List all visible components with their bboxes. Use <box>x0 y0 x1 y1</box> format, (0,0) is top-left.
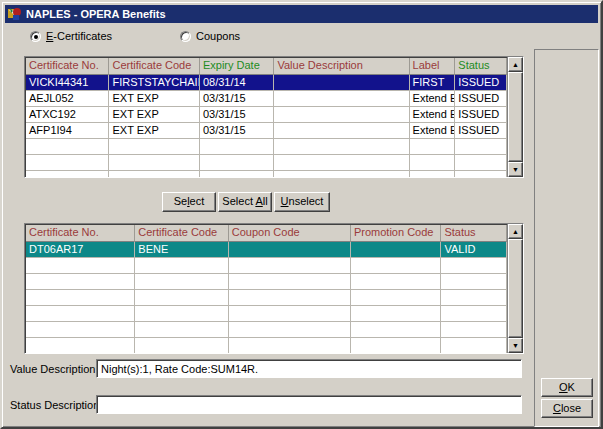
column-header: Coupon Code <box>229 225 351 242</box>
close-button[interactable]: Close <box>541 399 593 418</box>
scroll-up-icon[interactable]: ▲ <box>508 224 523 239</box>
column-header: Status <box>455 58 507 75</box>
table-cell: 03/31/15 <box>200 107 275 123</box>
table-cell <box>274 91 409 107</box>
table-cell <box>135 290 228 306</box>
table-row[interactable] <box>26 274 507 290</box>
table-cell: FIRST <box>410 75 456 91</box>
table-cell <box>351 274 441 290</box>
column-header: Label <box>410 58 456 75</box>
table-cell <box>441 290 507 306</box>
table-row[interactable] <box>26 258 507 274</box>
selection-button-row: Select Select All Unselect <box>162 192 330 212</box>
column-header: Value Description <box>274 58 409 75</box>
opera-benefits-window: NAPLES - OPERA Benefits E-Certificates C… <box>0 0 603 429</box>
table-cell: EXT EXP <box>109 107 199 123</box>
table-cell <box>274 171 409 177</box>
scrollbar-thumb[interactable] <box>508 72 523 162</box>
table-row[interactable] <box>26 139 507 155</box>
table-cell: Extend Exp <box>410 123 456 139</box>
ok-button[interactable]: OK <box>541 378 593 397</box>
window-title: NAPLES - OPERA Benefits <box>26 8 166 20</box>
table-cell <box>26 171 109 177</box>
coupons-table: Certificate No.Certificate CodeCoupon Co… <box>24 223 524 354</box>
table-cell: AEJL052 <box>26 91 109 107</box>
table-row[interactable] <box>26 322 507 338</box>
table-cell <box>109 171 199 177</box>
table-header-row: Certificate No.Certificate CodeExpiry Da… <box>26 58 507 75</box>
table-cell: 03/31/15 <box>200 123 275 139</box>
table-row[interactable] <box>26 338 507 353</box>
table-row[interactable]: ATXC192EXT EXP03/31/15 Extend ExpISSUED <box>26 107 507 123</box>
unselect-button[interactable]: Unselect <box>274 192 330 212</box>
radio-coupons[interactable]: Coupons <box>180 30 240 42</box>
select-all-button[interactable]: Select All <box>218 192 272 212</box>
table-cell <box>351 242 441 258</box>
table-cell: VICKI44341 <box>26 75 109 91</box>
table-header-row: Certificate No.Certificate CodeCoupon Co… <box>26 225 507 242</box>
app-icon <box>8 7 22 21</box>
scroll-up-icon[interactable]: ▲ <box>508 57 523 72</box>
radio-e-certificates-label: E-Certificates <box>46 30 112 42</box>
table-cell: ISSUED <box>455 107 507 123</box>
coupons-scrollbar[interactable]: ▲ ▼ <box>507 224 523 353</box>
table-cell <box>441 338 507 353</box>
radio-selected-icon[interactable] <box>30 31 41 42</box>
table-cell <box>26 338 135 353</box>
status-description-label: Status Description <box>10 399 94 411</box>
table-cell <box>274 107 409 123</box>
scroll-down-icon[interactable]: ▼ <box>508 162 523 177</box>
table-cell <box>229 274 351 290</box>
column-header: Certificate No. <box>26 225 135 242</box>
table-row[interactable] <box>26 290 507 306</box>
scrollbar-thumb[interactable] <box>508 239 523 338</box>
column-header: Expiry Date <box>200 58 275 75</box>
status-description-field[interactable] <box>96 395 522 414</box>
table-row[interactable]: AFP1I94EXT EXP03/31/15 Extend ExpISSUED <box>26 123 507 139</box>
table-row[interactable] <box>26 306 507 322</box>
e-certificates-table-body: Certificate No.Certificate CodeExpiry Da… <box>25 57 507 177</box>
e-certificates-scrollbar[interactable]: ▲ ▼ <box>507 57 523 177</box>
table-cell <box>351 290 441 306</box>
value-description-label: Value Description <box>10 363 94 375</box>
scrollbar-track[interactable] <box>508 239 523 338</box>
table-cell: Extend Exp <box>410 91 456 107</box>
scrollbar-track[interactable] <box>508 72 523 162</box>
table-cell <box>441 322 507 338</box>
table-row[interactable] <box>26 171 507 177</box>
table-cell: 03/31/15 <box>200 91 275 107</box>
table-row[interactable] <box>26 155 507 171</box>
table-cell <box>26 155 109 171</box>
table-cell <box>229 338 351 353</box>
scroll-down-icon[interactable]: ▼ <box>508 338 523 353</box>
table-cell <box>274 123 409 139</box>
table-cell <box>26 274 135 290</box>
table-cell: EXT EXP <box>109 91 199 107</box>
value-description-field[interactable] <box>96 359 522 378</box>
table-cell <box>135 338 228 353</box>
table-cell <box>229 306 351 322</box>
certificate-type-radio-group: E-Certificates Coupons <box>30 30 240 42</box>
table-cell <box>229 322 351 338</box>
dialog-button-panel: OK Close <box>534 49 599 427</box>
table-cell <box>274 75 409 91</box>
table-cell <box>441 306 507 322</box>
table-cell <box>26 290 135 306</box>
table-cell <box>229 242 351 258</box>
table-cell <box>229 258 351 274</box>
table-cell: Extend Exp <box>410 107 456 123</box>
table-cell: DT06AR17 <box>26 242 135 258</box>
coupons-table-body: Certificate No.Certificate CodeCoupon Co… <box>25 224 507 353</box>
table-cell <box>135 274 228 290</box>
table-row[interactable]: AEJL052EXT EXP03/31/15 Extend ExpISSUED <box>26 91 507 107</box>
table-row[interactable]: VICKI44341FIRSTSTAYCHAIN08/31/14 FIRSTIS… <box>26 75 507 91</box>
table-cell: ISSUED <box>455 91 507 107</box>
table-cell <box>109 139 199 155</box>
select-button[interactable]: Select <box>162 192 216 212</box>
table-cell <box>135 258 228 274</box>
table-cell <box>455 171 507 177</box>
radio-e-certificates[interactable]: E-Certificates <box>30 30 112 42</box>
radio-unselected-icon[interactable] <box>180 31 191 42</box>
table-cell <box>135 322 228 338</box>
table-row[interactable]: DT06AR17BENE VALID <box>26 242 507 258</box>
